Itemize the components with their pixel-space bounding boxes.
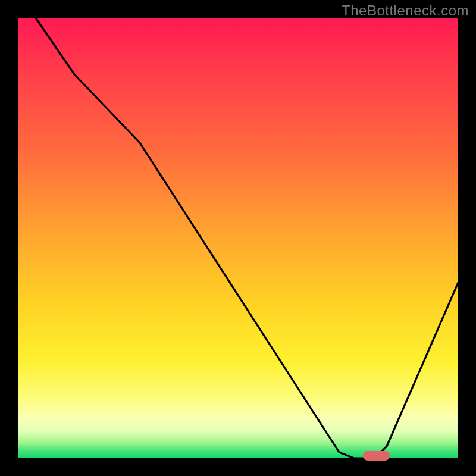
plot-area	[18, 18, 458, 458]
watermark-text: TheBottleneck.com	[342, 2, 469, 19]
optimal-marker	[363, 451, 390, 461]
bottleneck-curve	[18, 18, 458, 458]
chart-frame: TheBottleneck.com	[0, 0, 476, 476]
